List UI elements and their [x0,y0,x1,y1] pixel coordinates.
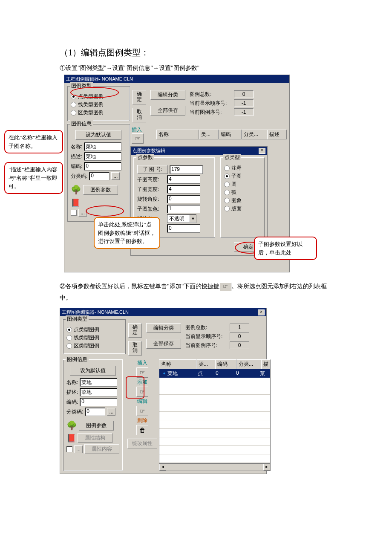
btn-catcode-browse-2[interactable]: ... [107,408,115,416]
input-code-2[interactable]: 0 [80,398,117,406]
window-title-2: 工程图例编辑器- NONAME.CLN [62,309,129,315]
th-cat[interactable]: 分类... [242,130,267,139]
book-icon: 📕 [66,434,76,443]
radio-line-2[interactable]: 线类型图例 [66,334,122,341]
lbl-del: 删除 [137,417,147,424]
input-sub-h[interactable]: 4 [167,175,200,184]
th-cat-2[interactable]: 分类... [236,359,261,369]
radio-sub[interactable]: 子图 [224,173,261,180]
group-info-label: 图例信息 [70,120,93,127]
th-desc[interactable]: 描述 [267,130,287,139]
input-desc[interactable]: 菜地 [84,152,121,161]
tree-icon: 🌳 [71,185,81,195]
btn-dots2[interactable]: ... [78,209,87,217]
btn-attr-struct: 属性结构 [78,433,112,443]
btn-edit-category-2[interactable]: 编辑分类 [146,323,181,333]
intro-text: ①设置"图例类型"→设置"图例信息"→设置"图例参数" [60,64,332,72]
btn-edit[interactable]: ☞ [136,406,148,416]
btn-legend-params-2[interactable]: 图例参数 [79,421,114,431]
btn-add[interactable]: ☞ [136,387,148,397]
btn-insert-2[interactable]: ☞ [136,367,148,378]
scroll-left-icon[interactable]: ◄ [159,464,166,471]
input-layer[interactable]: 0 [167,224,200,233]
group-type-label: 图例类型 [70,82,93,90]
th-name-2[interactable]: 名称 [159,359,196,369]
lbl-cur-idx-2: 当前图例序号: [185,342,228,349]
checkbox-2[interactable] [66,446,72,452]
select-out[interactable]: 不透明▼ [167,214,196,223]
table-row[interactable]: 🔹菜地 点 0 0 菜 [159,369,270,378]
btn-catcode-browse[interactable]: ... [111,172,120,180]
book-icon: 📕 [71,198,80,208]
input-rot[interactable]: 0 [167,195,200,203]
tree-icon: 🌳 [66,420,77,431]
input-color[interactable]: 1 [167,205,200,213]
btn-save-all[interactable]: 全部保存 [150,106,185,116]
btn-default-2[interactable]: 设为默认值 [70,366,116,376]
close-icon[interactable]: × [258,309,265,315]
lbl-cur-disp: 当前显示顺序号: [190,100,232,107]
lbl-cur-idx: 当前图例序号: [190,109,232,116]
btn-cancel[interactable]: 取消 [133,108,146,122]
btn-save-all-2[interactable]: 全部保存 [146,339,181,349]
btn-default[interactable]: 设为默认值 [75,130,121,140]
group-point-params: 点参数 [136,154,154,161]
checkbox[interactable] [71,210,77,216]
btn-subnum[interactable]: 子 图 号: [137,165,168,174]
btn-insert[interactable]: ☞ [132,133,144,144]
close-icon[interactable]: × [259,148,265,154]
radio-circle[interactable]: 圆 [224,181,261,188]
table-body: 🔹菜地 点 0 0 菜 [159,369,271,463]
input-name-2[interactable]: 菜地 [80,378,117,387]
th-type-2[interactable]: 类... [196,359,215,369]
lbl-name: 名称: [71,143,82,150]
btn-edit-category[interactable]: 编辑分类 [150,90,185,100]
input-catcode[interactable]: 0 [89,172,110,180]
btn-legend-params[interactable]: 图例参数 [83,185,118,195]
input-name[interactable]: 菜地 [84,142,121,151]
radio-arc[interactable]: 弧 [224,189,261,196]
input-sub-w[interactable]: 4 [167,185,200,194]
btn-del[interactable]: 🗑 [136,425,148,435]
input-catcode-2[interactable]: 0 [85,408,105,416]
radio-dot-icon [71,94,76,99]
lbl-insert: 插入 [132,126,144,133]
btn-attr-cont: 属性内容 [84,444,119,454]
lbl-cur-disp-2: 当前显示顺序号: [185,333,228,340]
th-desc-2[interactable]: 描 [261,359,271,369]
radio-point-2[interactable]: 点类型图例 [66,326,122,333]
lbl-sub-h: 子图高度: [137,176,165,183]
lbl-code: 编码: [71,163,82,170]
hand-icon: ☞ [135,135,141,142]
radio-point[interactable]: 点类型图例 [71,93,126,100]
row-icon: 🔹 [161,370,167,376]
input-code[interactable]: 0 [84,162,121,171]
btn-cancel-2[interactable]: 取消 [128,341,142,356]
radio-area[interactable]: 区类型图例 [71,109,126,116]
input-desc-2[interactable]: 菜地 [80,388,117,396]
th-code[interactable]: 编码 [219,130,242,139]
group-info-label-2: 图例信息 [66,356,89,363]
lbl-sub-w: 子图宽度: [137,186,165,193]
radio-area-2[interactable]: 区类型图例 [66,342,122,350]
lbl-catcode: 分类码: [71,173,87,180]
input-subnum[interactable]: 179 [170,165,203,174]
val-total-2: 1 [230,324,249,331]
callout-params-click: 单击此处,系统弹出"点图例参数编辑"对话框，进行设置子图参数。 [94,217,160,249]
btn-ok-2[interactable]: 确定 [128,323,142,338]
radio-img[interactable]: 图象 [224,197,261,204]
th-name[interactable]: 名称 [156,130,199,139]
radio-line[interactable]: 线类型图例 [71,101,126,108]
para-step2: ②各项参数都设置好以后，鼠标左键单击"添加"下面的快捷键☞。将所选点图元添加到右… [60,281,332,304]
radio-layout[interactable]: 版面 [224,205,261,212]
scroll-right-icon[interactable]: ► [263,464,270,471]
section-title: （1）编辑点图例类型： [60,47,332,58]
radio-dot-icon [71,110,76,116]
callout-desc: "描述"栏里输入内容与"名称"栏里一致即可。 [4,162,63,194]
th-type[interactable]: 类... [199,130,219,139]
radio-note[interactable]: 注释 [224,165,261,172]
lbl-total-2: 图例总数: [185,324,228,331]
th-code-2[interactable]: 编码 [215,359,236,369]
btn-ok[interactable]: 确定 [133,90,146,104]
scrollbar-h[interactable]: ◄ ► [159,463,271,471]
